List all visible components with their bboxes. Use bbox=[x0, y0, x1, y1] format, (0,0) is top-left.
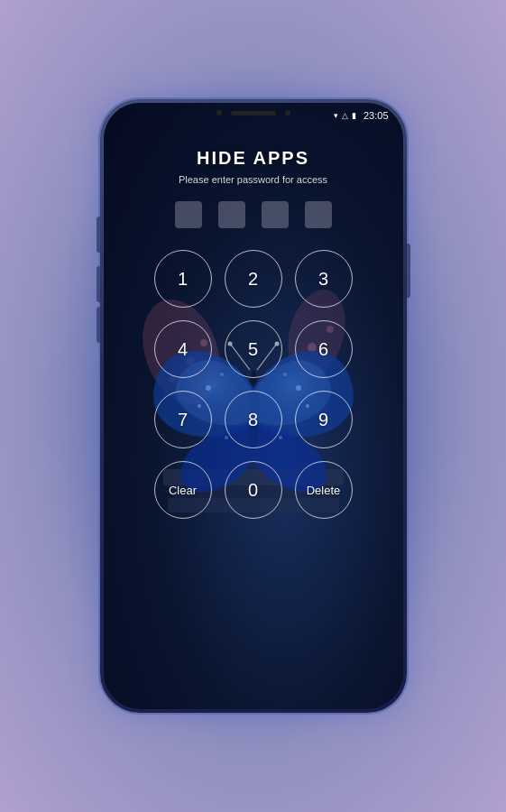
num-1-button[interactable]: 1 bbox=[154, 250, 212, 308]
phone-screen: ▾ △ ▮ 23:05 HIDE APPS Please enter passw… bbox=[104, 103, 403, 709]
clear-button[interactable]: Clear bbox=[154, 461, 212, 519]
pwd-dot-3 bbox=[262, 201, 289, 228]
num-5-button[interactable]: 5 bbox=[225, 320, 282, 378]
password-dots-row bbox=[175, 201, 332, 228]
num-7-button[interactable]: 7 bbox=[154, 391, 212, 448]
numpad: 123456789Clear0Delete bbox=[154, 250, 353, 519]
num-6-button[interactable]: 6 bbox=[295, 320, 353, 378]
num-4-button[interactable]: 4 bbox=[154, 320, 212, 378]
num-3-button[interactable]: 3 bbox=[295, 250, 353, 308]
num-2-button[interactable]: 2 bbox=[225, 250, 282, 308]
num-9-button[interactable]: 9 bbox=[295, 391, 353, 448]
num-8-button[interactable]: 8 bbox=[225, 391, 282, 448]
page-title: HIDE APPS bbox=[197, 148, 309, 169]
pwd-dot-2 bbox=[218, 201, 245, 228]
phone-frame: ▾ △ ▮ 23:05 HIDE APPS Please enter passw… bbox=[100, 99, 407, 713]
pwd-dot-4 bbox=[305, 201, 332, 228]
pwd-dot-1 bbox=[175, 201, 202, 228]
num-0-button[interactable]: 0 bbox=[225, 461, 282, 519]
delete-button[interactable]: Delete bbox=[295, 461, 353, 519]
page-subtitle: Please enter password for access bbox=[179, 174, 327, 185]
main-content: HIDE APPS Please enter password for acce… bbox=[104, 103, 403, 709]
